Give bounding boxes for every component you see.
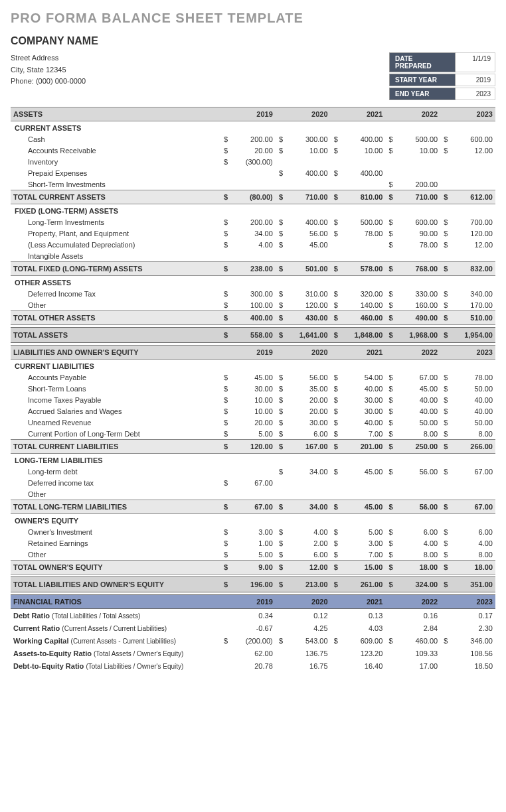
cell: $	[440, 549, 450, 561]
cell: $	[385, 133, 395, 145]
cell: 4.03	[341, 622, 386, 634]
cell: TOTAL OTHER ASSETS	[11, 311, 220, 325]
cell	[440, 488, 450, 500]
cell: $	[440, 383, 450, 394]
cell	[440, 107, 450, 121]
cell: $	[276, 228, 286, 239]
cell: $	[220, 299, 230, 311]
cell: $	[276, 145, 286, 156]
cell: 8.00	[450, 428, 495, 440]
cell: 45.00	[396, 383, 441, 394]
cell: 50.00	[450, 417, 495, 428]
cell	[220, 107, 230, 121]
cell: 45.00	[230, 372, 276, 383]
cell: Property, Plant, and Equipment	[11, 228, 220, 239]
cell: $	[440, 328, 450, 343]
cell: $	[220, 228, 230, 239]
cell: Other	[11, 488, 220, 500]
cell: $	[440, 466, 450, 477]
cell	[450, 167, 495, 178]
cell: $	[276, 133, 286, 145]
cell: 500.00	[341, 216, 386, 228]
cell: $	[276, 190, 286, 204]
cell: $	[220, 145, 230, 156]
cell: 67.00	[450, 500, 495, 514]
cell: $	[220, 372, 230, 383]
cell: 2021	[341, 107, 386, 121]
cell: Prepaid Expenses	[11, 167, 220, 178]
cell: $	[220, 561, 230, 575]
cell	[276, 346, 286, 360]
cell	[450, 250, 495, 262]
cell: 34.00	[286, 500, 331, 514]
cell: $	[220, 156, 230, 167]
cell	[385, 167, 395, 178]
cell: $	[440, 216, 450, 228]
cell: $	[385, 372, 395, 383]
cell: Other	[11, 549, 220, 561]
cell: 2019	[230, 346, 276, 360]
cell	[440, 595, 450, 609]
cell: $	[276, 167, 286, 178]
cell: 612.00	[450, 190, 495, 204]
cell: 609.00	[341, 634, 386, 647]
cell: 67.00	[450, 466, 495, 477]
cell: 320.00	[341, 288, 386, 299]
cell: 710.00	[286, 190, 331, 204]
cell: $	[276, 577, 286, 592]
cell: $	[331, 299, 341, 311]
cell: $	[385, 500, 395, 514]
cell: 50.00	[396, 417, 441, 428]
cell: Short-Term Investments	[11, 178, 220, 190]
cell: $	[276, 440, 286, 454]
cell: $	[276, 372, 286, 383]
cell: 3.00	[230, 526, 276, 537]
cell: Accrued Salaries and Wages	[11, 405, 220, 417]
cell: 1,848.00	[341, 328, 386, 343]
cell: $	[331, 262, 341, 276]
cell: 213.00	[286, 577, 331, 592]
cell: $	[220, 417, 230, 428]
cell: $	[220, 500, 230, 514]
cell: 167.00	[286, 440, 331, 454]
cell: 2023	[450, 595, 495, 609]
cell	[396, 477, 441, 488]
cell: Cash	[11, 133, 220, 145]
cell: $	[440, 372, 450, 383]
cell: 67.00	[230, 477, 276, 488]
cell	[440, 609, 450, 622]
cell: $	[331, 405, 341, 417]
cell: 100.00	[230, 299, 276, 311]
cell: Intangible Assets	[11, 250, 220, 262]
cell: $	[276, 466, 286, 477]
cell: 200.00	[396, 178, 441, 190]
cell: 832.00	[450, 262, 495, 276]
cell: 1,954.00	[450, 328, 495, 343]
cell	[440, 622, 450, 634]
cell: $	[331, 190, 341, 204]
cell	[331, 659, 341, 672]
cell: 45.00	[286, 239, 331, 250]
cell: Retained Earnings	[11, 537, 220, 549]
cell: 6.00	[286, 549, 331, 561]
cell: 543.00	[286, 634, 331, 647]
cell: 500.00	[396, 133, 441, 145]
cell: $	[331, 440, 341, 454]
cell: $	[276, 500, 286, 514]
cell: $	[220, 311, 230, 325]
cell: 400.00	[230, 311, 276, 325]
date-box: DATE PREPARED1/1/19START YEAR2019END YEA…	[389, 52, 495, 100]
cell: $	[440, 417, 450, 428]
cell	[331, 488, 341, 500]
cell: 810.00	[341, 190, 386, 204]
cell	[385, 107, 395, 121]
cell: LONG-TERM LIABILITIES	[11, 454, 495, 466]
cell: 10.00	[230, 405, 276, 417]
cell: 4.00	[286, 526, 331, 537]
cell: $	[385, 228, 395, 239]
cell: $	[220, 328, 230, 343]
cell: $	[276, 394, 286, 405]
cell: $	[220, 405, 230, 417]
cell: 120.00	[450, 228, 495, 239]
cell: 109.33	[396, 647, 441, 659]
